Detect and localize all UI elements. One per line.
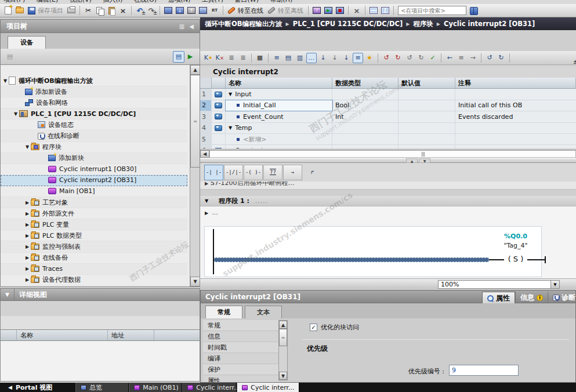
menu-help[interactable]: 帮助(H) <box>270 0 293 4</box>
zoom-dropdown-icon[interactable]: ▼ <box>550 281 559 288</box>
tree-item-plc1[interactable]: ▼PLC_1 [CPU 1215C DC/DC/DC] <box>1 108 187 119</box>
add-row-icon[interactable]: ≣ <box>238 53 248 63</box>
tab-diagnostics[interactable]: 诊断 <box>548 292 575 304</box>
update-inconsistent-icon[interactable]: ↺ <box>404 53 415 63</box>
insert-row-icon[interactable]: ≣ <box>226 53 237 63</box>
table-row[interactable]: 4 ▼Temp <box>200 123 576 134</box>
new-project-icon[interactable]: ★ <box>3 5 13 16</box>
editor-splitter[interactable]: ▲ ▼ <box>200 158 576 163</box>
start-runtime-icon[interactable]: RT <box>209 5 220 16</box>
update-calls-icon[interactable]: ↻ <box>416 53 426 63</box>
network-comment-row[interactable]: ▶... <box>205 209 218 216</box>
coil-address[interactable]: %Q0.0 <box>490 233 541 240</box>
stop-simulation-icon[interactable]: ■ <box>335 5 345 16</box>
scroll-down-icon[interactable]: ▼ <box>279 372 287 380</box>
tree-item-traces[interactable]: ▶Traces <box>1 264 187 275</box>
scroll-up-icon[interactable]: ▲ <box>190 65 200 75</box>
tree-item-external-sources[interactable]: ▶外部源文件 <box>1 208 187 219</box>
open-editor-icon[interactable]: ▶ <box>184 51 196 63</box>
tree-item-main-ob1[interactable]: Main [OB1] <box>1 186 187 197</box>
tab-properties[interactable]: 属性 <box>482 292 515 304</box>
tree-item-plc-tags[interactable]: ▶PLC 变量 <box>1 219 187 230</box>
ladder-rung[interactable]: ( S ) %Q0.0 "Tag_4" <box>204 226 542 277</box>
portal-view-button[interactable]: ◀Portal 视图 <box>0 383 58 392</box>
go-to-first-error-icon[interactable]: ↺ <box>381 53 392 63</box>
menu-edit[interactable]: 编辑(E) <box>37 0 59 4</box>
menu-window[interactable]: 窗口(W) <box>235 0 259 4</box>
taskbar-tab-overview[interactable]: 总览 <box>75 383 129 392</box>
coil-icon[interactable]: -( )- <box>244 165 263 180</box>
save-project-icon[interactable] <box>26 5 37 16</box>
tree-item-add-device[interactable]: 添加新设备 <box>1 86 187 97</box>
copy-snapshot-icon[interactable]: ↓± <box>341 53 352 63</box>
network-comments-icon[interactable]: … <box>306 53 317 63</box>
editor-hscrollbar[interactable]: ◀ <box>200 150 576 158</box>
scroll-thumb[interactable]: ≡ <box>190 75 200 168</box>
check-consistency-icon[interactable]: ✓ <box>428 53 438 63</box>
columns-icon[interactable]: ▥ <box>179 23 184 30</box>
menu-view[interactable]: 视图(V) <box>70 0 92 4</box>
go-offline-button[interactable]: 转至离线 <box>278 6 303 15</box>
keep-actual-values-icon[interactable]: ■ <box>255 53 265 63</box>
go-online-button[interactable]: 转至在线 <box>238 6 263 15</box>
nav-attributes[interactable]: 属性 <box>203 375 278 383</box>
goto-previous-icon[interactable]: ← <box>444 53 455 63</box>
nav-timestamps[interactable]: 时间戳 <box>203 342 278 353</box>
cut-icon[interactable]: ✂ <box>83 5 93 16</box>
save-project-button[interactable]: 保存项目 <box>38 6 63 15</box>
tree-item-cyclic-interrupt1[interactable]: Cyclic interrupt1 [OB30] <box>1 164 187 175</box>
network-expander-icon[interactable]: ▼ <box>205 198 208 204</box>
online-diagnostics-icon[interactable]: ? <box>311 5 322 16</box>
goto-next-icon[interactable]: → <box>468 53 478 63</box>
expanded-mode-icon[interactable]: ≡ <box>353 53 363 63</box>
collapse-panel-icon[interactable]: ◀ <box>189 23 194 30</box>
copy-icon[interactable] <box>95 5 105 16</box>
table-row[interactable]: 5 <新增> <box>200 134 576 145</box>
go-online-icon[interactable] <box>226 5 237 16</box>
taskbar-tab-cyclic1[interactable]: Cyclic interr... <box>182 383 237 392</box>
subtab-general[interactable]: 常规 <box>205 306 242 318</box>
nav-compile[interactable]: 编译 <box>203 353 278 364</box>
open-project-icon[interactable] <box>15 5 25 16</box>
tree-item-project[interactable]: ▼循环中断OB编程输出方波 <box>1 75 187 86</box>
undo-icon[interactable]: ↶± <box>135 5 145 16</box>
sort-icon[interactable]: ▤ <box>4 51 16 63</box>
menu-options[interactable]: 选项(N) <box>168 0 190 4</box>
scroll-down-icon[interactable]: ▼ <box>190 277 200 286</box>
table-row[interactable]: 6 ▼Constant <box>200 145 576 148</box>
breadcrumb-project[interactable]: 循环中断OB编程输出方波 <box>205 20 282 28</box>
breadcrumb-blocks-folder[interactable]: 程序块 <box>413 20 433 28</box>
split-vertical-icon[interactable] <box>380 5 390 16</box>
go-offline-icon[interactable] <box>266 5 277 16</box>
tree-item-device-proxy[interactable]: ▶设备代理数据 <box>1 275 187 286</box>
goto-definition-icon[interactable]: ≡ <box>456 53 466 63</box>
tree-item-online-diag[interactable]: 在线和诊断 <box>1 130 187 141</box>
zoom-select[interactable]: 100% ▼ <box>438 280 560 289</box>
menu-project[interactable]: 项目(P) <box>3 0 25 4</box>
cross-reference-icon[interactable]: × <box>352 5 362 16</box>
scroll-up-icon[interactable]: ▲ <box>279 321 287 329</box>
table-row[interactable]: 3 Event_Count Int Events discarded <box>200 111 576 122</box>
paste-icon[interactable] <box>106 5 117 16</box>
splitter-up-icon[interactable]: ▲ <box>406 158 418 163</box>
compile-icon[interactable] <box>163 5 173 16</box>
detail-col-name[interactable]: 名称 <box>17 330 108 340</box>
scroll-grip[interactable] <box>414 151 432 157</box>
menu-tools[interactable]: 工具(T) <box>202 0 223 4</box>
interface-top-icon[interactable]: ▤ <box>283 53 294 63</box>
tree-item-devices-networks[interactable]: 设备和网络 <box>1 97 187 108</box>
properties-nav-scrollbar[interactable]: ▲ ≡ ▼ <box>278 320 288 380</box>
tree-item-program-blocks[interactable]: ▼程序块 <box>1 142 187 153</box>
tree-item-device-config[interactable]: 设备组态 <box>1 119 187 130</box>
tree-item-tech-objects[interactable]: ▶工艺对象 <box>1 197 187 208</box>
menu-insert[interactable]: 插入(I) <box>103 0 122 4</box>
tree-item-watch-tables[interactable]: ▶监控与强制表 <box>1 241 187 252</box>
start-simulation-icon[interactable]: ▶ <box>323 5 334 16</box>
tree-item-online-backups[interactable]: ▶在线备份 <box>1 253 187 264</box>
download-to-device-icon[interactable]: ↓ <box>175 5 185 16</box>
col-type[interactable]: 数据类型 <box>332 78 399 88</box>
search-input[interactable] <box>398 6 466 15</box>
empty-box-icon[interactable]: ?? <box>263 165 282 180</box>
delete-icon[interactable]: × <box>118 5 128 16</box>
upload-from-device-icon[interactable]: ↑ <box>186 5 197 16</box>
